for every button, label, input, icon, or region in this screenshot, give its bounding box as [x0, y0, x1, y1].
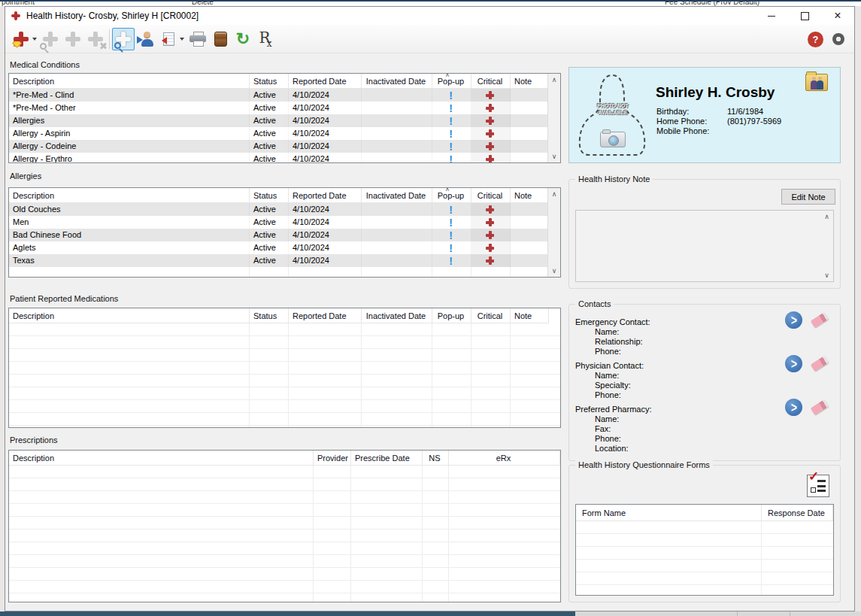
critical-icon: [486, 104, 494, 112]
column-header[interactable]: Inactivated Date: [362, 74, 432, 89]
column-header[interactable]: Critical: [471, 74, 511, 89]
table-row[interactable]: *Pre-Med - Other Active 4/10/2024: [9, 102, 560, 114]
app-icon: [11, 11, 20, 20]
archive-button[interactable]: [209, 28, 232, 50]
column-header[interactable]: Inactivated Date: [362, 188, 432, 203]
contact-clear-button[interactable]: [811, 312, 829, 328]
column-header[interactable]: NS: [423, 451, 449, 466]
table-row[interactable]: Men Active 4/10/2024: [9, 216, 560, 229]
select-patient-icon: [138, 31, 153, 47]
column-header[interactable]: Critical: [471, 308, 511, 323]
table-row[interactable]: Allergy - Codeine Active 4/10/2024: [9, 140, 560, 153]
column-header[interactable]: Reported Date: [289, 308, 362, 323]
examine-health-history-button[interactable]: [112, 28, 135, 50]
column-header[interactable]: Critical: [471, 188, 511, 203]
view-item-button[interactable]: [39, 28, 62, 50]
contact-field-label: Specialty:: [595, 381, 835, 390]
background-window-fragment: pointment: [2, 0, 35, 6]
patient-photo-placeholder[interactable]: PHOTO NOT AVAILABLE: [575, 72, 649, 159]
help-button[interactable]: [808, 32, 823, 47]
patient-name: Shirley H. Crosby: [656, 84, 775, 101]
contact-clear-button[interactable]: [811, 356, 829, 372]
new-item-button[interactable]: [10, 28, 32, 50]
prescriptions-table[interactable]: DescriptionProviderPrescribe DateNSeRx: [8, 450, 561, 602]
screen: pointmentDeleteFee Schedule (Prov Defaul…: [0, 0, 861, 616]
table-row[interactable]: Allergy - Erythro Active 4/10/2024: [9, 153, 560, 163]
column-header[interactable]: Status: [250, 74, 289, 89]
patient-field-label: Home Phone:: [656, 117, 727, 126]
contact-field-label: Phone:: [595, 434, 835, 444]
settings-button[interactable]: [830, 31, 847, 47]
questionnaire-icon[interactable]: [807, 475, 829, 497]
column-header[interactable]: Pop-up: [432, 308, 471, 323]
note-text-area[interactable]: [575, 210, 834, 282]
patient-field-value: 11/6/1984: [727, 107, 763, 117]
print-button[interactable]: [186, 28, 209, 50]
vertical-scrollbar[interactable]: [547, 74, 560, 162]
contact-clear-button[interactable]: [811, 399, 829, 415]
column-header[interactable]: Response Date: [762, 505, 833, 521]
column-header[interactable]: Reported Date: [289, 188, 362, 203]
patient-reported-medications-table[interactable]: DescriptionStatusReported DateInactivate…: [8, 308, 561, 428]
refresh-button[interactable]: [232, 28, 254, 50]
edit-note-button[interactable]: Edit Note: [781, 189, 835, 205]
column-header[interactable]: Description: [9, 451, 314, 466]
add-item-button[interactable]: [62, 28, 84, 50]
table-row[interactable]: Allergy - Aspirin Active 4/10/2024: [9, 127, 560, 140]
table-row[interactable]: Allergies Active 4/10/2024: [9, 114, 560, 127]
column-header[interactable]: Inactivated Date: [362, 308, 432, 323]
table-row[interactable]: Bad Chinese Food Active 4/10/2024: [9, 229, 560, 241]
vertical-scrollbar[interactable]: [820, 211, 833, 281]
column-header[interactable]: Status: [250, 308, 289, 323]
import-form-button[interactable]: [157, 28, 180, 50]
forms-table[interactable]: Form NameResponse Date: [575, 504, 834, 596]
column-header[interactable]: Form Name: [576, 505, 762, 521]
background-window-fragment: Delete: [192, 0, 214, 6]
column-header[interactable]: Pop-up: [432, 188, 471, 203]
new-item-dropdown[interactable]: [32, 38, 37, 41]
column-header[interactable]: Provider: [314, 451, 351, 466]
prescriptions-rx-button[interactable]: [254, 28, 277, 50]
contact-open-button[interactable]: [785, 355, 802, 372]
select-patient-button[interactable]: [135, 28, 157, 50]
table-row[interactable]: Old Couches Active 4/10/2024: [9, 203, 560, 216]
contact-open-button[interactable]: [785, 311, 802, 329]
column-header[interactable]: Description: [9, 308, 250, 323]
column-header[interactable]: Description: [9, 188, 250, 203]
column-header[interactable]: Pop-up: [432, 74, 471, 89]
add-item-icon: [65, 32, 80, 47]
column-header[interactable]: Note: [511, 308, 549, 323]
contacts-label: Contacts: [575, 299, 614, 308]
patient-folder-icon[interactable]: [805, 74, 828, 91]
delete-item-button[interactable]: [84, 28, 107, 50]
import-form-dropdown[interactable]: [180, 38, 184, 41]
column-header[interactable]: Reported Date: [289, 74, 362, 89]
minimize-button[interactable]: [755, 7, 788, 25]
allergies-table[interactable]: DescriptionStatusReported DateInactivate…: [8, 187, 561, 278]
popup-icon: [449, 130, 453, 139]
column-header[interactable]: eRx: [449, 451, 560, 466]
patient-field-label: Birthday:: [656, 107, 727, 117]
contact-field-label: Location:: [595, 444, 835, 454]
critical-icon: [486, 256, 494, 265]
medical-conditions-table[interactable]: DescriptionStatusReported DateInactivate…: [8, 73, 561, 163]
critical-icon: [486, 231, 494, 239]
close-button[interactable]: [821, 7, 854, 25]
contact-field-label: Fax:: [595, 424, 835, 434]
column-header[interactable]: Status: [250, 188, 289, 203]
table-row[interactable]: Aglets Active 4/10/2024: [9, 241, 560, 254]
column-header[interactable]: Note: [511, 188, 549, 203]
column-header[interactable]: Description: [9, 74, 250, 89]
toolbar: [5, 25, 854, 53]
column-header[interactable]: Prescribe Date: [351, 451, 423, 466]
column-header[interactable]: Note: [511, 74, 549, 89]
table-row[interactable]: *Pre-Med - Clind Active 4/10/2024: [9, 89, 560, 102]
print-icon: [189, 32, 206, 47]
table-row[interactable]: Texas Active 4/10/2024: [9, 254, 560, 267]
import-form-icon: [163, 32, 174, 46]
patient-field: Birthday: 11/6/1984: [656, 107, 781, 117]
contact-open-button[interactable]: [785, 399, 802, 416]
background-window-bottom-strip: [0, 611, 861, 616]
maximize-button[interactable]: [788, 7, 821, 25]
vertical-scrollbar[interactable]: [547, 188, 560, 277]
